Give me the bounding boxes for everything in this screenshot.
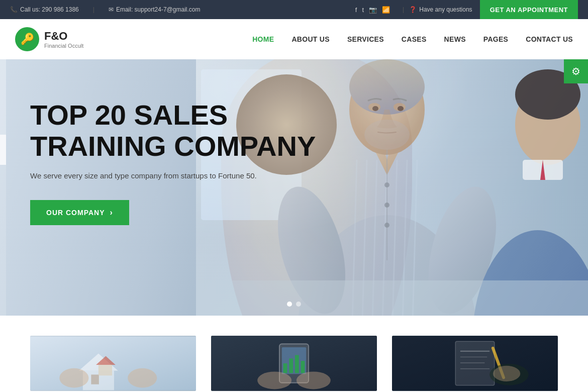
social-links: f t 📷 📶 (355, 6, 390, 14)
facebook-link[interactable]: f (355, 6, 357, 14)
hero-title-line2: TRAINING COMPANY (30, 130, 316, 162)
question-icon: ❓ (409, 6, 417, 13)
hero-section: TOP 20 SALES TRAINING COMPANY We serve e… (0, 59, 588, 316)
card-3[interactable] (392, 336, 558, 391)
svg-point-48 (257, 372, 291, 389)
phone-info: 📞 Call us: 290 986 1386 (10, 6, 79, 13)
slider-dots (287, 302, 301, 307)
svg-rect-45 (289, 358, 293, 373)
nav-link-home[interactable]: HOME (252, 35, 274, 43)
nav-item-contact[interactable]: CONTACT US (526, 35, 573, 44)
strip-indicator (0, 135, 6, 165)
strip-bottom (0, 165, 6, 316)
email-info: ✉ Email: support24-7@gmail.com (109, 6, 201, 13)
cards-section (0, 316, 588, 392)
logo-icon: 🔑 (15, 27, 39, 51)
divider: | (93, 6, 94, 13)
card-1[interactable] (30, 336, 196, 391)
slider-dot-2[interactable] (296, 302, 301, 307)
our-company-button[interactable]: OUR COMPANY › (30, 200, 129, 225)
phone-icon: 📞 (10, 6, 18, 13)
logo-text: F&O Financial Occult (44, 30, 83, 49)
svg-rect-47 (301, 361, 305, 373)
our-company-label: OUR COMPANY (46, 209, 105, 217)
nav-link-contact[interactable]: CONTACT US (526, 35, 573, 43)
questions-label: Have any questions (419, 6, 472, 13)
nav-item-services[interactable]: SERVICES (347, 35, 384, 44)
hero-content: TOP 20 SALES TRAINING COMPANY We serve e… (0, 59, 346, 265)
svg-point-49 (297, 372, 331, 389)
settings-icon: ⚙ (571, 65, 580, 77)
twitter-link[interactable]: t (362, 6, 364, 14)
slider-dot-1[interactable] (287, 302, 292, 307)
navbar: 🔑 F&O Financial Occult HOME ABOUT US SER… (0, 19, 588, 59)
svg-rect-36 (91, 374, 99, 384)
svg-point-40 (128, 368, 157, 388)
nav-item-home[interactable]: HOME (252, 35, 274, 44)
logo-name: F&O (44, 30, 83, 43)
phone-number: Call us: 290 986 1386 (20, 6, 79, 13)
nav-link-pages[interactable]: PAGES (483, 35, 508, 43)
logo[interactable]: 🔑 F&O Financial Occult (15, 27, 83, 51)
arrow-icon: › (110, 208, 113, 217)
hero-subtitle: We serve every size and type company fro… (30, 171, 316, 180)
top-bar-left: 📞 Call us: 290 986 1386 | ✉ Email: suppo… (10, 6, 200, 13)
nav-item-about[interactable]: ABOUT US (291, 35, 330, 44)
instagram-link[interactable]: 📷 (369, 6, 377, 14)
logo-subtitle: Financial Occult (44, 43, 83, 49)
nav-link-cases[interactable]: CASES (402, 35, 427, 43)
nav-link-news[interactable]: NEWS (444, 35, 466, 43)
nav-link-services[interactable]: SERVICES (347, 35, 384, 43)
logo-key-icon: 🔑 (21, 33, 34, 46)
settings-button[interactable]: ⚙ (564, 59, 588, 83)
appointment-button[interactable]: GET AN APPOINTMENT (480, 0, 578, 19)
nav-item-cases[interactable]: CASES (402, 35, 427, 44)
nav-link-about[interactable]: ABOUT US (291, 35, 330, 43)
strip-top (0, 59, 6, 135)
svg-rect-51 (455, 341, 495, 385)
wifi-link[interactable]: 📶 (382, 6, 390, 14)
email-icon: ✉ (109, 6, 114, 13)
nav-item-news[interactable]: NEWS (444, 35, 466, 44)
hero-title-line1: TOP 20 SALES (30, 99, 228, 131)
questions-text: ❓ Have any questions (409, 6, 472, 13)
divider2: | (403, 6, 404, 13)
svg-rect-46 (295, 355, 299, 373)
svg-point-58 (493, 366, 520, 381)
svg-rect-38 (99, 365, 112, 375)
nav-item-pages[interactable]: PAGES (483, 35, 508, 44)
svg-point-39 (59, 368, 88, 388)
top-bar: 📞 Call us: 290 986 1386 | ✉ Email: suppo… (0, 0, 588, 19)
svg-rect-44 (283, 363, 287, 373)
hero-slider-strip (0, 59, 6, 316)
card-2[interactable] (211, 336, 377, 391)
hero-title: TOP 20 SALES TRAINING COMPANY (30, 100, 316, 161)
nav-links: HOME ABOUT US SERVICES CASES NEWS PAGES … (252, 35, 573, 44)
email-address: Email: support24-7@gmail.com (116, 6, 201, 13)
